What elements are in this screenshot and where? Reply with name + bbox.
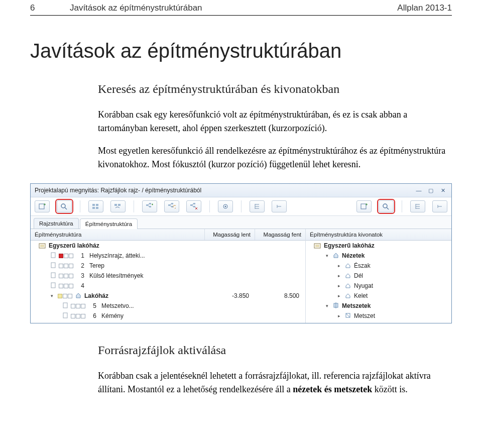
- svg-marker-60: [334, 253, 338, 258]
- svg-rect-38: [361, 204, 366, 209]
- svg-line-26: [192, 204, 193, 205]
- tree-row-1[interactable]: 1 Helyszínrajz, átteki...: [31, 251, 305, 261]
- tree-remove-icon[interactable]: [186, 200, 201, 212]
- chevron-right-icon[interactable]: ▸: [338, 263, 343, 268]
- column-header-structure[interactable]: Építménystruktúra: [31, 229, 205, 240]
- view-label: Észak: [354, 262, 448, 269]
- expand-tree-icon[interactable]: [250, 200, 265, 212]
- svg-rect-18: [168, 204, 170, 206]
- svg-point-41: [383, 204, 387, 208]
- tree-view-north[interactable]: ▸ Észak: [306, 261, 451, 271]
- view-label: Kelet: [354, 292, 448, 299]
- svg-point-31: [225, 206, 226, 207]
- tab-building-structure[interactable]: Építménystruktúra: [80, 218, 138, 229]
- embedded-screenshot: Projektalapú megnyitás: Rajzfájlok rajz-…: [30, 183, 452, 323]
- chevron-right-icon[interactable]: ▸: [338, 273, 343, 278]
- building-icon: [75, 292, 81, 300]
- paragraph-3-bold: nézetek és metszetek: [293, 384, 372, 394]
- item-number: 6: [88, 312, 96, 319]
- column-header-height-high[interactable]: Magasság fent: [255, 229, 305, 240]
- tree-view-west[interactable]: ▸ Nyugat: [306, 281, 451, 291]
- svg-line-22: [170, 205, 171, 207]
- svg-rect-52: [51, 263, 55, 268]
- expand-tree-right-icon[interactable]: [410, 200, 425, 212]
- tree-section-item[interactable]: ▸ Metszet: [306, 311, 451, 321]
- svg-rect-54: [51, 283, 55, 288]
- minimize-icon[interactable]: —: [414, 189, 423, 191]
- paragraph-1: Korábban csak egy keresőfunkció volt az …: [98, 108, 452, 135]
- sections-label: Metszetek: [342, 302, 448, 309]
- tree-refresh-icon[interactable]: [164, 200, 179, 212]
- search-icon[interactable]: [57, 200, 72, 212]
- views-icon: [333, 252, 339, 260]
- left-column: Építménystruktúra Magasság lent Magasság…: [31, 229, 306, 323]
- file-icon: [51, 252, 56, 260]
- tool-new-right-icon[interactable]: [356, 200, 372, 212]
- collapse-tree-icon[interactable]: [272, 200, 287, 212]
- settings-gear-icon[interactable]: [218, 200, 233, 212]
- group-height-high: 8.500: [252, 292, 302, 299]
- column-header-extracts[interactable]: Építménystruktúra kivonatok: [306, 229, 451, 240]
- tab-drawing-structure[interactable]: Rajzstruktúra: [34, 218, 79, 229]
- tree-group-sections[interactable]: ▾ Metszetek: [306, 301, 451, 311]
- svg-rect-23: [190, 204, 192, 206]
- tree-view-east[interactable]: ▸ Kelet: [306, 291, 451, 301]
- item-number: 3: [76, 272, 84, 279]
- tool-group-sync-icon[interactable]: [110, 200, 126, 212]
- view-icon: [345, 262, 351, 270]
- tree-row-3[interactable]: 3 Külső létesítmények: [31, 271, 305, 281]
- chevron-right-icon[interactable]: ▸: [338, 283, 343, 288]
- section-heading-search: Keresés az építménystruktúrában és kivon…: [98, 82, 452, 96]
- item-number: 2: [76, 262, 84, 269]
- status-squares: [59, 264, 73, 268]
- tree-group-lakohaz[interactable]: ▾ Lakóház -3.850 8.500: [31, 291, 305, 301]
- svg-rect-7: [92, 207, 95, 209]
- svg-rect-11: [146, 204, 148, 206]
- paragraph-3-text-c: között is.: [372, 384, 408, 394]
- svg-rect-24: [193, 203, 195, 204]
- chevron-right-icon[interactable]: ▸: [338, 293, 343, 298]
- project-open-window: Projektalapú megnyitás: Rajzfájlok rajz-…: [30, 183, 452, 323]
- file-icon: [51, 282, 56, 290]
- chevron-down-icon[interactable]: ▾: [51, 293, 56, 298]
- svg-rect-13: [149, 206, 151, 207]
- item-label: Kémény: [101, 312, 202, 319]
- section-heading-activation: Forrásrajzfájlok aktiválása: [98, 344, 452, 357]
- tree-row-2[interactable]: 2 Terep: [31, 261, 305, 271]
- svg-marker-62: [346, 274, 350, 278]
- maximize-icon[interactable]: ▢: [426, 189, 435, 191]
- chevron-right-icon[interactable]: ▸: [338, 313, 343, 318]
- chevron-down-icon[interactable]: ▾: [326, 303, 331, 308]
- window-title: Projektalapú megnyitás: Rajzfájlok rajz-…: [35, 187, 201, 194]
- tree-row-6[interactable]: 6 Kémény: [31, 311, 305, 321]
- tool-new-icon[interactable]: [35, 200, 50, 212]
- item-number: 4: [76, 282, 84, 289]
- svg-rect-25: [193, 206, 195, 207]
- group-height-low: -3.850: [202, 292, 252, 299]
- search-icon-right[interactable]: [379, 200, 394, 212]
- tree-row-5[interactable]: 5 Metszetvo...: [31, 301, 305, 311]
- svg-rect-53: [51, 273, 55, 278]
- toolbar-row: [31, 197, 451, 216]
- svg-rect-57: [63, 313, 67, 318]
- page-header: 6 Javítások az építménystruktúrában Allp…: [30, 0, 452, 16]
- tree-add-icon[interactable]: [142, 200, 157, 212]
- right-column: Építménystruktúra kivonatok Egyszerű lak…: [306, 229, 451, 323]
- tree-root-right[interactable]: Egyszerű lakóház: [306, 241, 451, 251]
- tree-view-south[interactable]: ▸ Dél: [306, 271, 451, 281]
- svg-rect-59: [315, 245, 319, 247]
- collapse-tree-right-icon[interactable]: [432, 200, 447, 212]
- svg-line-14: [148, 204, 149, 205]
- tree-root-left[interactable]: Egyszerű lakóház: [31, 241, 305, 251]
- svg-rect-0: [39, 204, 44, 209]
- file-icon: [51, 272, 56, 280]
- tree-row-4[interactable]: 4: [31, 281, 305, 291]
- tool-group-icon[interactable]: [88, 200, 103, 212]
- item-label: Helyszínrajz, átteki...: [89, 252, 202, 259]
- svg-rect-10: [118, 204, 120, 206]
- close-icon[interactable]: ✕: [438, 189, 447, 191]
- tree-group-views[interactable]: ▾ Nézetek: [306, 251, 451, 261]
- svg-point-3: [61, 204, 65, 208]
- column-header-height-low[interactable]: Magasság lent: [205, 229, 255, 240]
- chevron-down-icon[interactable]: ▾: [326, 253, 331, 258]
